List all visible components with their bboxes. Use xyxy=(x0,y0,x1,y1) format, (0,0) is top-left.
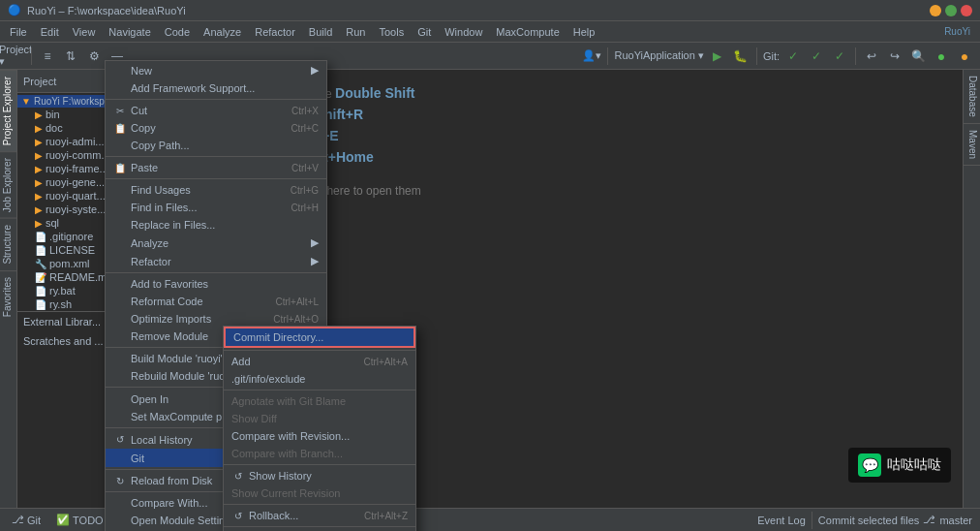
menu-git[interactable]: Git xyxy=(412,24,437,40)
file-icon-gitignore: 📄 xyxy=(35,232,46,242)
ctx-git-info-exclude[interactable]: .git/info/exclude xyxy=(224,370,415,388)
menu-view[interactable]: View xyxy=(67,24,102,40)
menu-edit[interactable]: Edit xyxy=(35,24,65,40)
ctx-copy[interactable]: 📋 Copy Ctrl+C xyxy=(106,119,326,137)
ctx-git-show-diff: Show Diff xyxy=(224,410,415,427)
ctx-analyze[interactable]: Analyze ▶ xyxy=(106,234,326,252)
right-tab-maven[interactable]: Maven xyxy=(964,124,980,166)
app-icon: 🔵 xyxy=(8,4,21,16)
ctx-find-files[interactable]: Find in Files... Ctrl+H xyxy=(106,199,326,216)
ctx-refactor-arrow: ▶ xyxy=(311,255,319,267)
tree-label-pom: pom.xml xyxy=(49,258,90,269)
tree-label-sh: ry.sh xyxy=(49,298,72,310)
maximize-btn[interactable] xyxy=(945,5,957,16)
hint-row-2: Go to File Ctrl+Shift+R xyxy=(230,107,943,122)
app-title: RuoYi – F:\workspace\idea\RuoYi xyxy=(27,5,186,16)
menu-refactor[interactable]: Refactor xyxy=(249,24,301,40)
ctx-paste[interactable]: 📋 Paste Ctrl+V xyxy=(106,159,326,176)
debug-button[interactable]: 🐛 xyxy=(731,47,750,66)
folder-icon-admin: ▶ xyxy=(35,137,43,147)
ctx-sep1 xyxy=(106,99,326,100)
watermark: 💬 咕哒咕哒 xyxy=(848,448,951,483)
folder-icon: ▼ xyxy=(21,96,31,107)
git-icon: ⎇ xyxy=(12,514,24,526)
tree-label-gene: ruoyi-gene... xyxy=(46,176,105,188)
title-bar-left: 🔵 RuoYi – F:\workspace\idea\RuoYi xyxy=(8,4,186,16)
ctx-copy-path[interactable]: Copy Path... xyxy=(106,137,326,154)
menu-navigate[interactable]: Navigate xyxy=(103,24,156,40)
menu-build[interactable]: Build xyxy=(303,24,338,40)
tree-label-gitignore: .gitignore xyxy=(49,231,93,242)
close-btn[interactable] xyxy=(961,5,972,16)
tree-label-frame: ruoyi-frame... xyxy=(46,163,108,174)
ctx-git-compare-branch: Compare with Branch... xyxy=(224,445,415,462)
tree-label-comm: ruoyi-comm... xyxy=(46,149,110,161)
right-sidebar: Database Maven xyxy=(963,70,980,508)
ctx-find-usages[interactable]: Find Usages Ctrl+G xyxy=(106,181,326,199)
menu-analyze[interactable]: Analyze xyxy=(198,24,247,40)
left-tab-job[interactable]: Job Explorer xyxy=(0,151,16,218)
branch-info: Event Log Commit selected files ⎇ master xyxy=(757,512,972,529)
folder-icon-bin: ▶ xyxy=(35,109,43,120)
ctx-sep3 xyxy=(106,178,326,179)
left-tab-favorites[interactable]: Favorites xyxy=(0,270,16,323)
ctx-cut[interactable]: ✂ Cut Ctrl+X xyxy=(106,102,326,119)
commit-text: Commit selected files xyxy=(818,515,920,526)
toolbar-checkmark3[interactable]: ✓ xyxy=(830,47,849,66)
folder-icon-sql: ▶ xyxy=(35,218,43,229)
menu-tools[interactable]: Tools xyxy=(373,24,410,40)
menu-run[interactable]: Run xyxy=(340,24,371,40)
toolbar-redo[interactable]: ↪ xyxy=(885,47,904,66)
ctx-git-add[interactable]: Add Ctrl+Alt+A xyxy=(224,353,415,370)
menu-maxcompute[interactable]: MaxCompute xyxy=(490,24,565,40)
git-sep4 xyxy=(224,504,415,505)
file-icon-pom: 🔧 xyxy=(35,259,46,269)
run-button[interactable]: ▶ xyxy=(708,47,727,66)
minimize-btn[interactable] xyxy=(930,5,941,16)
left-tab-project[interactable]: Project Explorer xyxy=(0,70,16,151)
ctx-reformat[interactable]: Reformat Code Ctrl+Alt+L xyxy=(106,293,326,310)
tree-label-bin: bin xyxy=(46,109,60,120)
ctx-add-favorites[interactable]: Add to Favorites xyxy=(106,275,326,293)
ctx-git-rollback[interactable]: ↺ Rollback... Ctrl+Alt+Z xyxy=(224,507,415,524)
ctx-refactor[interactable]: Refactor ▶ xyxy=(106,252,326,270)
ctx-sep4 xyxy=(106,272,326,273)
toolbar-sort[interactable]: ⇅ xyxy=(61,47,80,66)
folder-icon-comm: ▶ xyxy=(35,150,43,161)
right-tab-database[interactable]: Database xyxy=(964,70,980,124)
toolbar-settings[interactable]: ⚙ xyxy=(84,47,104,66)
git-sep3 xyxy=(224,464,415,465)
tree-label-admin: ruoyi-admi... xyxy=(46,136,105,147)
menu-code[interactable]: Code xyxy=(159,24,196,40)
event-log-label[interactable]: Event Log xyxy=(757,515,806,526)
toolbar-search[interactable]: 🔍 xyxy=(908,47,928,66)
branch-icon: ⎇ xyxy=(923,514,935,526)
menu-help[interactable]: Help xyxy=(567,24,601,40)
ctx-replace-files[interactable]: Replace in Files... xyxy=(106,216,326,234)
ctx-commit-directory[interactable]: Commit Directory... xyxy=(224,327,415,348)
tree-label-external: External Librar... xyxy=(23,316,101,328)
bottom-tab-git[interactable]: ⎇ Git xyxy=(8,512,45,528)
git-submenu: Commit Directory... Add Ctrl+Alt+A .git/… xyxy=(223,326,416,531)
folder-icon-frame: ▶ xyxy=(35,164,43,174)
ctx-git-show-history[interactable]: ↺ Show History xyxy=(224,467,415,484)
menu-window[interactable]: Window xyxy=(439,24,488,40)
ctx-git-compare-revision[interactable]: Compare with Revision... xyxy=(224,427,415,445)
ctx-framework[interactable]: Add Framework Support... xyxy=(106,79,326,97)
hint-double-shift: Double Shift xyxy=(335,85,414,101)
menu-file[interactable]: File xyxy=(4,24,33,40)
toolbar-undo[interactable]: ↩ xyxy=(862,47,881,66)
tree-label-bat: ry.bat xyxy=(49,285,76,297)
toolbar-checkmark2[interactable]: ✓ xyxy=(807,47,826,66)
bottom-tab-git-label: Git xyxy=(27,515,41,526)
toolbar-sep4 xyxy=(855,47,856,65)
bottom-tab-todo[interactable]: ✅ TODO xyxy=(52,512,107,528)
left-tab-structure[interactable]: Structure xyxy=(0,218,16,270)
tree-label-syste: ruoyi-syste... xyxy=(46,203,106,215)
toolbar-project-dropdown[interactable]: Project ▾ xyxy=(6,47,25,66)
ctx-git-annotate: Agnotate with Git Blame xyxy=(224,392,415,410)
toolbar-align[interactable]: ≡ xyxy=(38,47,57,66)
ctx-new[interactable]: New ▶ xyxy=(106,61,326,79)
ctx-analyze-arrow: ▶ xyxy=(311,236,319,249)
toolbar-checkmark1[interactable]: ✓ xyxy=(783,47,803,66)
